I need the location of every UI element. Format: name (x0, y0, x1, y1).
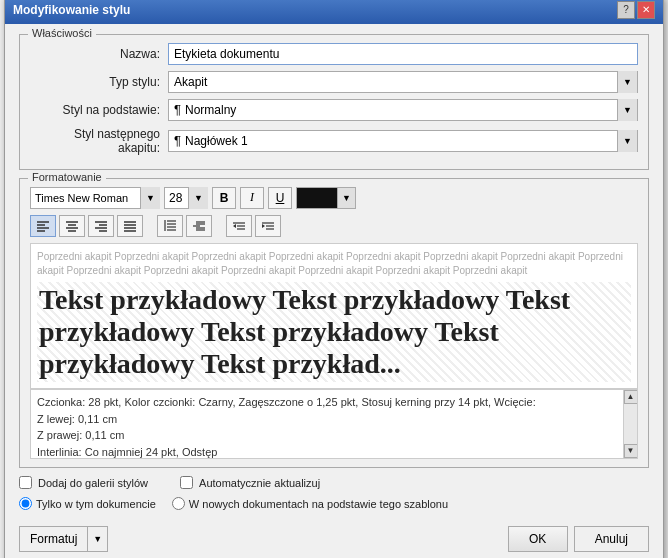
scroll-down-button[interactable]: ▼ (624, 444, 638, 458)
formatuj-button[interactable]: Formatuj (19, 526, 87, 552)
align-row (30, 215, 638, 237)
nazwa-row: Nazwa: (30, 43, 638, 65)
typ-stylu-value-container: Akapit ▼ (168, 71, 638, 93)
styl-na-podstawie-row: Styl na podstawie: ¶ Normalny ▼ (30, 99, 638, 121)
preview-prev-text: Poprzedni akapit Poprzedni akapit Poprze… (37, 250, 631, 278)
align-center-button[interactable] (59, 215, 85, 237)
auto-aktualizuj-checkbox[interactable] (180, 476, 193, 489)
nazwa-label: Nazwa: (30, 47, 160, 61)
formatuj-container: Formatuj ▼ (19, 526, 108, 552)
styl-nastepnego-select[interactable]: ¶ Nagłówek 1 ▼ (168, 130, 638, 152)
styl-na-podstawie-value-container: ¶ Normalny ▼ (168, 99, 638, 121)
styl-na-podstawie-arrow: ▼ (617, 99, 637, 121)
styl-nastepnego-label: Styl następnego akapitu: (30, 127, 160, 155)
radio-only-doc-label: Tylko w tym dokumencie (36, 498, 156, 510)
line-spacing-button[interactable] (157, 215, 183, 237)
dialog-title: Modyfikowanie stylu (13, 3, 130, 17)
styl-na-podstawie-text: Normalny (185, 103, 236, 117)
dodaj-galerii-checkbox[interactable] (19, 476, 32, 489)
properties-legend: Właściwości (28, 27, 96, 39)
styl-nastepnego-arrow: ▼ (617, 130, 637, 152)
styl-nastepnego-text: Nagłówek 1 (185, 134, 248, 148)
checkbox-row: Dodaj do galerii stylów Automatycznie ak… (19, 476, 649, 489)
title-bar: Modyfikowanie stylu ? ✕ (5, 0, 663, 24)
styl-nastepnego-with-icon: ¶ Nagłówek 1 (174, 133, 617, 148)
scroll-up-button[interactable]: ▲ (624, 390, 638, 404)
formatuj-dropdown-button[interactable]: ▼ (87, 526, 108, 552)
para-icon-1: ¶ (174, 102, 181, 117)
formatting-legend: Formatowanie (28, 171, 106, 183)
bottom-row: Formatuj ▼ OK Anuluj (5, 520, 663, 558)
align-justify-button[interactable] (117, 215, 143, 237)
desc-line2: Z lewej: 0,11 cm (37, 411, 615, 428)
typ-stylu-label: Typ stylu: (30, 75, 160, 89)
para-icon-2: ¶ (174, 133, 181, 148)
radio-only-doc-input[interactable] (19, 497, 32, 510)
auto-aktualizuj-label: Automatycznie aktualizuj (199, 477, 320, 489)
description-text: Czcionka: 28 pkt, Kolor czcionki: Czarny… (37, 394, 615, 459)
desc-line3: Z prawej: 0,11 cm (37, 427, 615, 444)
color-picker[interactable]: ▼ (296, 187, 356, 209)
nazwa-input[interactable] (168, 43, 638, 65)
scroll-track (624, 404, 637, 444)
font-row: Times New Roman ▼ 28 ▼ B I U ▼ (30, 187, 638, 209)
properties-section: Właściwości Nazwa: Typ stylu: Akapit ▼ (19, 34, 649, 170)
typ-stylu-text: Akapit (174, 75, 207, 89)
desc-line1: Czcionka: 28 pkt, Kolor czcionki: Czarny… (37, 394, 615, 411)
ok-cancel-row: OK Anuluj (508, 526, 649, 552)
indent-increase-button[interactable] (255, 215, 281, 237)
svg-marker-29 (233, 224, 236, 228)
underline-button[interactable]: U (268, 187, 292, 209)
cancel-button[interactable]: Anuluj (574, 526, 649, 552)
dialog-content: Właściwości Nazwa: Typ stylu: Akapit ▼ (5, 24, 663, 521)
description-box: Czcionka: 28 pkt, Kolor czcionki: Czarny… (30, 389, 638, 459)
italic-button[interactable]: I (240, 187, 264, 209)
radio-row: Tylko w tym dokumencie W nowych dokument… (19, 497, 649, 510)
preview-main-text: Tekst przykładowy Tekst przykładowy Teks… (37, 282, 631, 383)
radio-new-docs-label: W nowych dokumentach na podstawie tego s… (189, 498, 448, 510)
modyfikowanie-stylu-dialog: Modyfikowanie stylu ? ✕ Właściwości Nazw… (4, 0, 664, 558)
title-bar-buttons: ? ✕ (617, 1, 655, 19)
preview-area: Poprzedni akapit Poprzedni akapit Poprze… (30, 243, 638, 390)
styl-na-podstawie-label: Styl na podstawie: (30, 103, 160, 117)
svg-marker-33 (262, 224, 265, 228)
styl-na-podstawie-with-icon: ¶ Normalny (174, 102, 617, 117)
ok-button[interactable]: OK (508, 526, 568, 552)
align-right-button[interactable] (88, 215, 114, 237)
dodaj-galerii-label: Dodaj do galerii stylów (38, 477, 148, 489)
typ-stylu-arrow: ▼ (617, 71, 637, 93)
bold-button[interactable]: B (212, 187, 236, 209)
close-button[interactable]: ✕ (637, 1, 655, 19)
desc-line4: Interlinia: Co najmniej 24 pkt, Odstęp (37, 444, 615, 460)
radio-new-docs: W nowych dokumentach na podstawie tego s… (172, 497, 448, 510)
styl-nastepnego-value-container: ¶ Nagłówek 1 ▼ (168, 130, 638, 152)
indent-decrease-button[interactable] (226, 215, 252, 237)
formatting-section: Formatowanie Times New Roman ▼ 28 ▼ B I … (19, 178, 649, 469)
styl-nastepnego-row: Styl następnego akapitu: ¶ Nagłówek 1 ▼ (30, 127, 638, 155)
size-arrow: ▼ (188, 187, 208, 209)
color-inner (297, 188, 337, 208)
styl-na-podstawie-select[interactable]: ¶ Normalny ▼ (168, 99, 638, 121)
typ-stylu-row: Typ stylu: Akapit ▼ (30, 71, 638, 93)
description-scrollbar: ▲ ▼ (623, 390, 637, 458)
font-size-text: 28 (169, 191, 182, 205)
nazwa-value-container (168, 43, 638, 65)
help-button[interactable]: ? (617, 1, 635, 19)
color-arrow: ▼ (337, 188, 355, 208)
paragraph-spacing-button[interactable] (186, 215, 212, 237)
size-select[interactable]: 28 ▼ (164, 187, 208, 209)
align-left-button[interactable] (30, 215, 56, 237)
font-name-text: Times New Roman (35, 192, 128, 204)
font-arrow: ▼ (140, 187, 160, 209)
radio-new-docs-input[interactable] (172, 497, 185, 510)
font-select[interactable]: Times New Roman ▼ (30, 187, 160, 209)
radio-only-doc: Tylko w tym dokumencie (19, 497, 156, 510)
typ-stylu-select[interactable]: Akapit ▼ (168, 71, 638, 93)
